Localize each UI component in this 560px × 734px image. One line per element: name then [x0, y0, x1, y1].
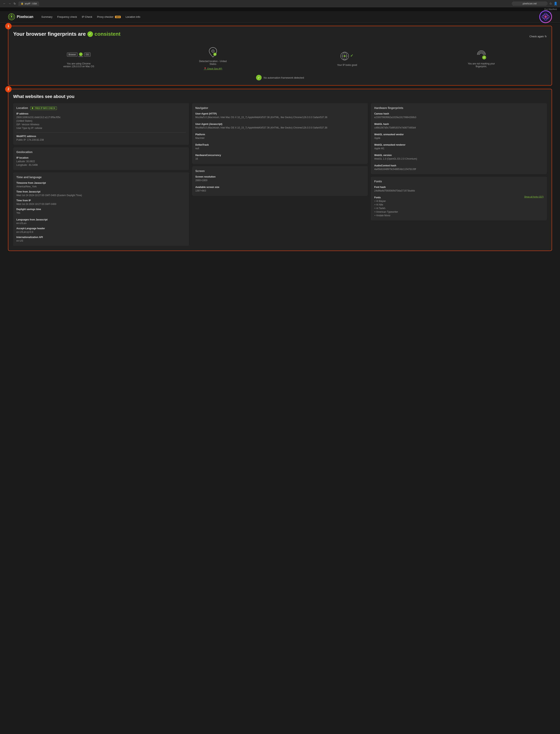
status-ip: ✓ Your IP looks good [282, 50, 413, 66]
refresh-icon: ↻ [545, 35, 547, 38]
available-label: Available screen size [195, 186, 365, 189]
browser-os-text: You are using Chrome version 126.0.0.0 o… [63, 62, 95, 68]
location-icon-area: ✓ [208, 47, 218, 58]
font-hash-value: 24d9fa4d7560080fd70da371973bafeb [374, 189, 544, 193]
fonts-list: + Al Bayan + Al Nile + Al Tarikh + Ameri… [374, 199, 544, 217]
no-automation-check: ✓ [256, 75, 262, 80]
location-text: Detected location - United States [197, 60, 229, 65]
hardware-title: Hardware fingerprints [374, 106, 544, 110]
nav: Pixelscan Summary Frequency check IP Che… [0, 11, 560, 23]
location-panel-title: Location FREE IP INFO CHECK [16, 106, 186, 110]
logo-icon [8, 13, 15, 20]
status-browser-os: Browser ✓ OS You are using Chrome versio… [13, 49, 144, 68]
status-fp: ✓ You are not masking your fingerprint. [416, 49, 547, 68]
geolocation-panel: Geolocation IP location Latitude: 30.082… [13, 147, 189, 170]
nav-proxy-checker[interactable]: Proxy checker NEW [97, 15, 121, 18]
dst-value: Yes [16, 211, 186, 215]
location-panel: Location FREE IP INFO CHECK IP address 2… [13, 103, 189, 145]
hardware-panel: Hardware fingerprints Canvas hash e23007… [371, 103, 547, 174]
nav-links: Summary Frequency check IP Check Proxy c… [41, 15, 552, 18]
font-item-4: + American Typewriter [374, 210, 544, 214]
nav-ip-check[interactable]: IP Check [82, 15, 92, 18]
step-1-bubble: 1 [5, 23, 12, 29]
anyip-logo[interactable] [539, 10, 552, 23]
i18n-value: en-US [16, 239, 186, 243]
languages-value: en-US,en [16, 222, 186, 225]
no-automation-text: No automation framework detected [264, 76, 304, 79]
fonts-panel: Fonts Font hash 24d9fa4d7560080fd70da371… [371, 177, 547, 221]
info-grid: Location FREE IP INFO CHECK IP address 2… [13, 103, 547, 246]
webgl-vendor-label: WebGL unmasked vendor [374, 133, 544, 136]
accept-lang-label: Accept-Language header [16, 227, 186, 230]
nav-summary[interactable]: Summary [41, 15, 52, 18]
time-ip-value: Wed Jul 24 2024 10:27:03 GMT-0400 [16, 202, 186, 206]
time-js-label: Time from Javascript [16, 190, 186, 193]
svg-text:✓: ✓ [214, 53, 216, 55]
check-again-button[interactable]: Check again ↻ [529, 35, 547, 38]
canvas-label: Canvas hash [374, 112, 544, 115]
profile-icon[interactable]: 👤 [554, 2, 558, 5]
browser-box: Browser [67, 52, 78, 57]
dnt-value: null [195, 147, 365, 150]
ip-text: Your IP looks good [337, 64, 357, 66]
webrtc-label: WebRTC address [16, 135, 186, 138]
check-icon-small: ✓ [79, 52, 83, 56]
fp-icon-area: ✓ [476, 49, 487, 60]
webgl-version-value: WebGL 1.0 (OpenGL ES 2.0 Chromium) [374, 157, 544, 161]
nav-frequency-check[interactable]: Frequency check [57, 15, 77, 18]
browser-os-icon-area: Browser ✓ OS [67, 49, 91, 60]
ip-icon-area: ✓ [339, 50, 355, 62]
fingerprint-icon: ✓ [476, 49, 487, 60]
screen-title: Screen [195, 169, 365, 173]
fp-text: You are not masking your fingerprint. [465, 62, 497, 68]
reload-button[interactable]: ↻ [13, 2, 17, 6]
address-bar[interactable]: pixelscan.net [512, 1, 548, 6]
middle-column: Navigator User-Agent (HTTP) Mozilla/5.0 … [192, 103, 368, 246]
status-row: Browser ✓ OS You are using Chrome versio… [13, 47, 547, 70]
left-column: Location FREE IP INFO CHECK IP address 2… [13, 103, 189, 246]
fingerprint-section: 1 Your browser fingerprints are ✓ consis… [8, 26, 552, 86]
ua-js-value: Mozilla/5.0 (Macintosh; Intel Mac OS X 1… [195, 126, 365, 130]
tab-favicon: 🔒 [21, 2, 24, 5]
timezone-label: Timezone from Javascript [16, 182, 186, 184]
time-ip-label: Time from IP [16, 199, 186, 202]
logo-text: Pixelscan [17, 15, 33, 19]
our-manifest-link[interactable]: Our Manifest [544, 8, 557, 10]
browser-tab[interactable]: 🔒 anyIP - USA [18, 1, 39, 6]
step-2-bubble: 2 [5, 86, 12, 92]
status-location: ✓ Detected location - United States 📍 Ch… [147, 47, 279, 70]
ip-location-label: IP location [16, 156, 186, 159]
forward-button[interactable]: → [8, 2, 12, 6]
ip-location-value: Latitude: 30.0822 Longitude: -81.5498 [16, 160, 186, 167]
audio-label: AudioContext hash [374, 164, 544, 167]
time-language-title: Time and language [16, 176, 186, 179]
star-icon[interactable]: ☆ [549, 2, 552, 5]
audio-value: 4a45b61648979c548853dc11547b139f [374, 167, 544, 171]
timezone-value: America/New_York [16, 185, 186, 188]
screen-panel: Screen Screen resolution 2880×1800 Avail… [192, 166, 368, 196]
location-pin-icon: ✓ [208, 47, 218, 58]
os-box: OS [84, 52, 90, 57]
show-all-fonts-link[interactable]: Show all fonts (157) [524, 196, 544, 198]
logo[interactable]: Pixelscan [8, 13, 33, 20]
tab-label: anyIP - USA [25, 2, 37, 5]
page-content: 1 Your browser fingerprints are ✓ consis… [0, 23, 560, 262]
website-info-section: 2 What websites see about you Location F… [8, 89, 552, 251]
nav-location-info[interactable]: Location info [126, 15, 140, 18]
font-item-1: + Al Bayan [374, 199, 544, 203]
divider [16, 132, 186, 133]
section2-title: What websites see about you [13, 94, 547, 99]
dot-green [32, 107, 33, 109]
geo-api-link[interactable]: 📍 Check Geo API [204, 67, 222, 70]
ua-http-label: User-Agent (HTTP) [195, 112, 365, 115]
arrow-with-check: ✓ [78, 52, 83, 57]
browser-nav-buttons: ← → ↻ [2, 2, 17, 6]
webgl-renderer-label: WebGL unmasked renderer [374, 144, 544, 146]
available-value: 1397×863 [195, 189, 365, 193]
geolocation-panel-title: Geolocation [16, 150, 186, 154]
new-badge: NEW [115, 16, 121, 18]
accept-lang-value: en-US,en;q=0.9 [16, 230, 186, 234]
back-button[interactable]: ← [2, 2, 6, 6]
resolution-value: 2880×1800 [195, 179, 365, 182]
hw-concurrency-value: 16 [195, 157, 365, 161]
